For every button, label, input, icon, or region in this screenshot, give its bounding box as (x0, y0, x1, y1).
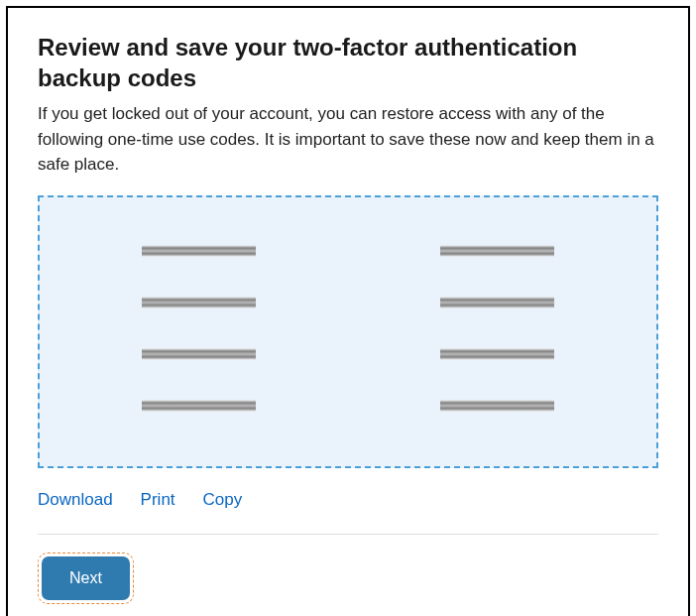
backup-code (440, 348, 554, 360)
backup-codes-grid (79, 245, 617, 412)
codes-column-right (440, 245, 554, 412)
backup-code (440, 297, 554, 308)
page-description: If you get locked out of your account, y… (38, 101, 658, 178)
backup-code (440, 400, 554, 412)
backup-code (142, 348, 256, 360)
backup-code (440, 245, 554, 257)
download-button[interactable]: Download (38, 490, 113, 510)
next-button-highlight: Next (38, 553, 134, 604)
backup-codes-dialog: Review and save your two-factor authenti… (6, 6, 690, 616)
backup-code (142, 245, 256, 257)
next-button[interactable]: Next (42, 556, 130, 600)
page-title: Review and save your two-factor authenti… (38, 32, 658, 93)
backup-codes-box (38, 195, 658, 468)
backup-code (142, 400, 256, 412)
backup-code (142, 297, 256, 308)
copy-button[interactable]: Copy (203, 490, 243, 510)
code-actions: Download Print Copy (38, 490, 658, 510)
codes-column-left (142, 245, 256, 412)
print-button[interactable]: Print (141, 490, 175, 510)
divider (38, 534, 658, 535)
